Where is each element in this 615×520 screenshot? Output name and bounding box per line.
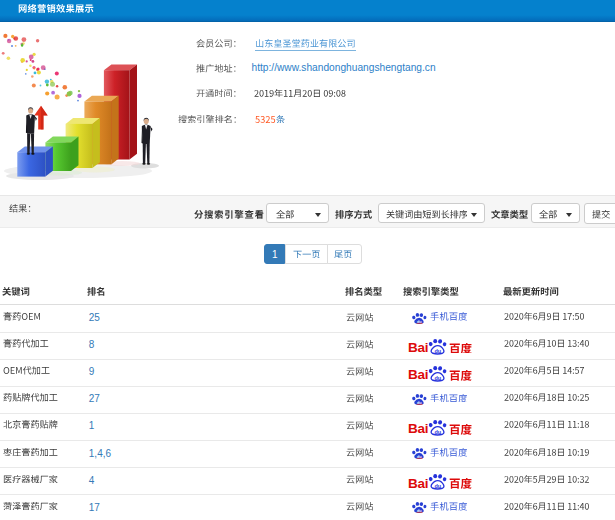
svg-text:du: du bbox=[434, 429, 441, 435]
svg-text:du: du bbox=[434, 347, 441, 353]
svg-text:du: du bbox=[434, 483, 441, 489]
svg-text:du: du bbox=[434, 374, 441, 380]
